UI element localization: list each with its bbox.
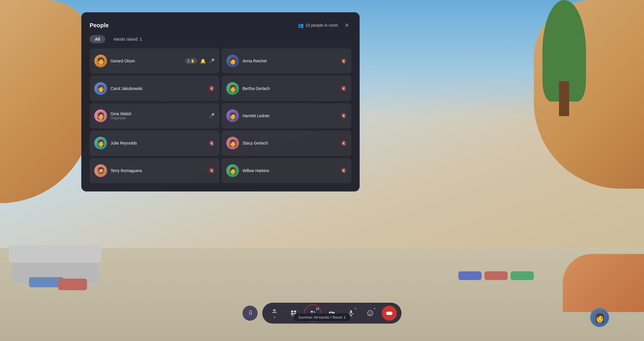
svg-point-14: [368, 311, 373, 316]
person-actions-gerard: 1 ✋ 🔔 🎤: [185, 58, 215, 64]
person-row: 👩 Stacy Gerlach 🔇: [222, 131, 351, 156]
person-name-harriett: Harriett Ledner: [243, 113, 337, 118]
svg-rect-11: [350, 310, 352, 313]
person-name-anna: Anna Reichel: [243, 59, 337, 63]
person-info-gina: Gina Walsh Organizer: [111, 111, 205, 120]
avatar-anna: 👩: [226, 55, 239, 67]
mic-muted-icon-bertha[interactable]: 🔇: [341, 86, 347, 91]
person-actions-harriett: 🔇: [341, 113, 347, 118]
svg-rect-19: [391, 313, 392, 314]
person-actions-julie: 🔇: [209, 140, 215, 146]
people-panel: People 👥 10 people in room ✕ All Hands r…: [81, 12, 360, 192]
svg-point-8: [314, 311, 315, 313]
person-row: 👩 Bertha Gerlach 🔇: [222, 76, 351, 101]
svg-rect-17: [387, 312, 392, 315]
person-info-stacy: Stacy Gerlach: [243, 141, 337, 145]
mic-muted-icon-carol[interactable]: 🔇: [209, 86, 215, 91]
person-name-willow: Willow Harkins: [243, 168, 337, 173]
person-info-anna: Anna Reichel: [243, 59, 337, 63]
people-count-text: 10 people in room: [305, 23, 338, 28]
svg-rect-4: [291, 313, 293, 315]
share-button[interactable]: ▲: [267, 306, 282, 321]
people-count-badge: 👥 10 people in room: [298, 23, 338, 28]
apps-icon: ⠿: [248, 310, 252, 317]
hand-count: 1: [187, 59, 189, 63]
panel-title: People: [90, 22, 109, 29]
person-actions-carol: 🔇: [209, 86, 215, 91]
filter-tabs: All Hands raised: 1: [90, 35, 351, 43]
mic-muted-icon-willow[interactable]: 🔇: [341, 168, 347, 173]
mic-arrow-icon: ▲: [354, 307, 357, 310]
person-actions-bertha: 🔇: [341, 86, 347, 91]
person-row: 👩 Carol Jakubowski 🔇: [90, 76, 219, 101]
tab-hands-raised[interactable]: Hands raised: 1: [108, 35, 147, 43]
mic-muted-icon-terry[interactable]: 🔇: [209, 168, 215, 173]
person-role-gina: Organizer: [111, 116, 205, 120]
close-button[interactable]: ✕: [342, 21, 351, 30]
avatar-stacy: 👩: [226, 137, 239, 149]
person-actions-anna: 🔇: [341, 58, 347, 64]
person-info-carol: Carol Jakubowski: [111, 86, 205, 91]
hand-raised-badge: 1 ✋: [185, 58, 197, 64]
share-arrow-icon: ▲: [273, 315, 276, 318]
people-count-badge: 11: [316, 307, 319, 311]
hand-emoji: ✋: [191, 59, 195, 63]
svg-point-15: [369, 312, 370, 313]
emoji-icon: [367, 310, 374, 317]
mic-muted-icon-stacy[interactable]: 🔇: [341, 140, 347, 146]
mic-muted-icon-julie[interactable]: 🔇: [209, 140, 215, 146]
people-count-icon: 👥: [298, 23, 304, 28]
emoji-arrow-icon: ▲: [373, 307, 376, 310]
svg-point-16: [371, 312, 371, 313]
person-actions-terry: 🔇: [209, 168, 215, 173]
avatar-harriett: 👩: [226, 109, 239, 122]
person-info-julie: Julie Reynolds: [111, 141, 205, 145]
self-avatar-image: 👩: [594, 313, 605, 323]
avatar-gina: 👩: [94, 109, 107, 122]
person-info-terry: Terry Romaguera: [111, 168, 205, 173]
person-row: 👩 Willow Harkins 🔇: [222, 158, 351, 183]
pillow-red: [58, 279, 87, 290]
left-wall: [0, 0, 93, 203]
person-actions-willow: 🔇: [341, 168, 347, 173]
notification-icon[interactable]: 🔔: [200, 58, 206, 64]
mic-icon-gerard[interactable]: 🎤: [209, 58, 215, 64]
panel-header: People 👥 10 people in room ✕: [90, 21, 351, 30]
end-call-button[interactable]: [382, 306, 397, 321]
person-row: 👩 Harriett Ledner 🔇: [222, 103, 351, 128]
share-icon: [271, 308, 278, 315]
person-info-bertha: Bertha Gerlach: [243, 86, 337, 91]
person-info-willow: Willow Harkins: [243, 168, 337, 173]
apps-button[interactable]: ⠿: [243, 306, 258, 321]
right-pillows: [458, 271, 534, 280]
header-right: 👥 10 people in room ✕: [298, 21, 351, 30]
person-name-julie: Julie Reynolds: [111, 141, 205, 145]
svg-point-7: [311, 311, 313, 313]
person-name-gerard: Gerard Olson: [111, 59, 182, 63]
person-name-stacy: Stacy Gerlach: [243, 141, 337, 145]
avatar-gerard: 🧑: [94, 55, 107, 67]
avatar-terry: 🧔: [94, 164, 107, 177]
person-row: 🧔 Terry Romaguera 🔇: [90, 158, 219, 183]
end-call-icon: [386, 309, 393, 317]
self-avatar: 👩: [590, 308, 609, 327]
person-row: 👩 Julie Reynolds 🔇: [90, 131, 219, 156]
person-info-gerard: Gerard Olson: [111, 59, 182, 63]
person-name-gina: Gina Walsh: [111, 111, 205, 116]
tree-trunk: [559, 81, 569, 116]
person-name-carol: Carol Jakubowski: [111, 86, 205, 91]
emoji-button[interactable]: ▲: [363, 306, 378, 321]
person-actions-stacy: 🔇: [341, 140, 347, 146]
avatar-carol: 👩: [94, 82, 107, 95]
person-name-bertha: Bertha Gerlach: [243, 86, 337, 91]
avatar-bertha: 👩: [226, 82, 239, 95]
mic-muted-icon-anna[interactable]: 🔇: [341, 58, 347, 64]
svg-rect-2: [291, 311, 293, 312]
mic-muted-icon-harriett[interactable]: 🔇: [341, 113, 347, 118]
person-row: 👩 Anna Reichel 🔇: [222, 48, 351, 73]
tab-all[interactable]: All: [90, 35, 105, 43]
people-grid: 🧑 Gerard Olson 1 ✋ 🔔 🎤 👩 Anna Reichel 🔇: [90, 48, 351, 183]
mic-icon-gina[interactable]: 🎤: [209, 113, 215, 118]
person-actions-gina: 🎤: [209, 113, 215, 118]
person-name-terry: Terry Romaguera: [111, 168, 205, 173]
